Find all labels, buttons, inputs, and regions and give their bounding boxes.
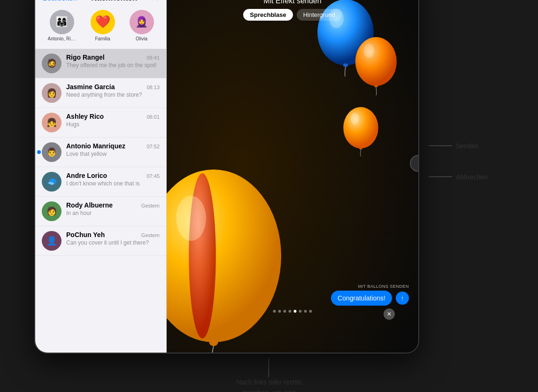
unread-indicator (37, 150, 41, 154)
svg-point-11 (343, 107, 378, 148)
avatar-antonio: 👨 (42, 142, 61, 162)
message-row: Congratulations! ↑ (331, 291, 409, 306)
dot-6 (299, 310, 302, 313)
svg-point-3 (176, 196, 206, 241)
conv-preview-pochun: Can you cover it until I get there? (66, 239, 160, 247)
tab-hintergrund[interactable]: Hintergrund (297, 9, 342, 21)
cancel-icon: ✕ (387, 311, 392, 317)
sidebar-header: Bearbeiten Nachrichten ✎ 👨‍👩‍👧 Antonio, … (35, 0, 166, 49)
conv-preview-ashley: Hugs (66, 121, 160, 129)
send-button[interactable]: ↑ (396, 292, 409, 305)
page-wrapper: 09:41 Dienstag 18. Okt. 📶 100% ▓ Bearbei… (34, 0, 504, 392)
conv-content-jasmine: Jasmine Garcia 08:13 Need anything from … (66, 83, 160, 99)
conv-time-andre: 07:45 (146, 173, 160, 179)
conv-header-jasmine: Jasmine Garcia 08:13 (66, 83, 160, 91)
avatar-pochun: 👤 (42, 231, 61, 251)
conv-preview-andre: I don't know which one that is (66, 180, 160, 188)
conversation-list: 🧔 Rigo Rangel 09:41 They offered me the … (35, 49, 166, 353)
compose-button[interactable]: ✎ (152, 0, 159, 3)
dot-2 (278, 310, 281, 313)
pinned-avatar-antonio: 👨‍👩‍👧 (50, 10, 74, 34)
svg-point-1 (167, 169, 281, 342)
message-area: MIT BALLONS SENDEN Congratulations! ↑ (331, 284, 409, 306)
avatar-jasmine: 👩 (42, 83, 61, 103)
ipad-frame: 09:41 Dienstag 18. Okt. 📶 100% ▓ Bearbei… (34, 0, 419, 354)
conv-name-pochun: PoChun Yeh (66, 231, 105, 238)
conv-content-pochun: PoChun Yeh Gestern Can you cover it unti… (66, 231, 160, 247)
pinned-contact-antonio[interactable]: 👨‍👩‍👧 Antonio, Rigo &... (48, 10, 76, 41)
conv-header-rody: Rody Albuerne Gestern (66, 201, 160, 209)
conv-preview-rody: In an hour (66, 210, 160, 217)
pinned-name-familia: Familia (95, 36, 110, 41)
pinned-contact-olivia[interactable]: 🧕 Olivia (130, 10, 154, 41)
conv-preview-jasmine: Need anything from the store? (66, 92, 160, 99)
sidebar: Bearbeiten Nachrichten ✎ 👨‍👩‍👧 Antonio, … (35, 0, 167, 353)
conv-content-ashley: Ashley Rico 08:01 Hugs (66, 113, 160, 129)
dot-8 (309, 310, 312, 313)
sidebar-nav: Bearbeiten Nachrichten ✎ (43, 0, 159, 3)
page-dots-indicator (273, 310, 312, 313)
edit-button[interactable]: Bearbeiten (43, 0, 77, 2)
svg-point-10 (374, 85, 378, 87)
conv-time-pochun: Gestern (141, 232, 160, 238)
balloon-orange-bottom (341, 105, 381, 156)
conversation-item-rody[interactable]: 🧑 Rody Albuerne Gestern In an hour (35, 197, 166, 226)
cancel-button[interactable]: ✕ (384, 308, 395, 320)
svg-point-12 (351, 113, 360, 124)
avatar-rody: 🧑 (42, 201, 61, 221)
pinned-contacts: 👨‍👩‍👧 Antonio, Rigo &... ❤️ Familia (43, 8, 159, 45)
svg-point-4 (209, 338, 218, 346)
conv-content-rody: Rody Albuerne Gestern In an hour (66, 201, 160, 217)
effect-tabs: Sprechblase Hintergrund (243, 9, 341, 21)
svg-point-13 (359, 147, 362, 149)
conv-header-antonio: Antonio Manriquez 07:52 (66, 142, 160, 150)
conversation-item-rigo[interactable]: 🧔 Rigo Rangel 09:41 They offered me the … (35, 49, 166, 78)
conv-time-rigo: 09:41 (146, 55, 160, 61)
conv-content-rigo: Rigo Rangel 09:41 They offered me the jo… (66, 54, 160, 69)
pinned-contact-familia[interactable]: ❤️ Familia (91, 10, 115, 41)
annotation-text-abbrechen: Abbrechen (452, 173, 488, 181)
pinned-avatar-olivia: 🧕 (130, 10, 154, 34)
sidebar-title: Nachrichten (91, 0, 137, 3)
send-label: MIT BALLONS SENDEN (358, 284, 409, 289)
conv-name-rody: Rody Albuerne (66, 201, 113, 209)
conversation-item-pochun[interactable]: 👤 PoChun Yeh Gestern Can you cover it un… (35, 226, 166, 256)
conv-time-antonio: 07:52 (146, 144, 160, 149)
bottom-annotation-section: Nach links oder rechts streichen, um ein… (237, 358, 302, 392)
tab-sprechblase[interactable]: Sprechblase (243, 9, 292, 21)
annotation-senden: Senden (429, 142, 504, 150)
conversation-item-andre[interactable]: 🧢 Andre Lorico 07:45 I don't know which … (35, 167, 166, 197)
conv-header-ashley: Ashley Rico 08:01 (66, 113, 160, 120)
effect-header: Mit Effekt senden Sprechblase Hintergrun… (167, 0, 418, 21)
conversation-item-antonio[interactable]: 👨 Antonio Manriquez 07:52 Love that yell… (35, 138, 166, 167)
right-annotations: Senden Abbrechen (419, 0, 504, 181)
pinned-avatar-familia: ❤️ (91, 10, 115, 34)
dot-3 (284, 310, 286, 313)
message-bubble: Congratulations! (331, 291, 392, 306)
conv-time-ashley: 08:01 (146, 114, 160, 120)
svg-point-9 (364, 44, 374, 58)
conv-time-jasmine: 08:13 (146, 85, 160, 90)
annotation-line-senden (429, 146, 452, 146)
conv-name-andre: Andre Lorico (66, 172, 107, 179)
effect-title: Mit Effekt senden (263, 0, 321, 5)
annotation-abbrechen: Abbrechen (429, 173, 504, 181)
conv-content-antonio: Antonio Manriquez 07:52 Love that yellow (66, 142, 160, 158)
conv-header-andre: Andre Lorico 07:45 (66, 172, 160, 179)
balloon-orange-top (353, 34, 400, 95)
conv-content-andre: Andre Lorico 07:45 I don't know which on… (66, 172, 160, 188)
annotation-text-senden: Senden (452, 142, 478, 150)
conv-name-rigo: Rigo Rangel (66, 54, 105, 61)
conv-name-antonio: Antonio Manriquez (66, 142, 125, 150)
conversation-item-jasmine[interactable]: 👩 Jasmine Garcia 08:13 Need anything fro… (35, 78, 166, 108)
dot-7 (304, 310, 307, 313)
conv-header-rigo: Rigo Rangel 09:41 (66, 54, 160, 61)
conv-name-ashley: Ashley Rico (66, 113, 104, 120)
conversation-item-ashley[interactable]: 👧 Ashley Rico 08:01 Hugs (35, 108, 166, 138)
device-layout: 09:41 Dienstag 18. Okt. 📶 100% ▓ Bearbei… (34, 0, 504, 354)
balloon-large (167, 165, 289, 353)
svg-point-8 (355, 37, 397, 86)
conv-header-pochun: PoChun Yeh Gestern (66, 231, 160, 238)
dot-4 (289, 310, 292, 313)
conv-time-rody: Gestern (141, 203, 160, 208)
